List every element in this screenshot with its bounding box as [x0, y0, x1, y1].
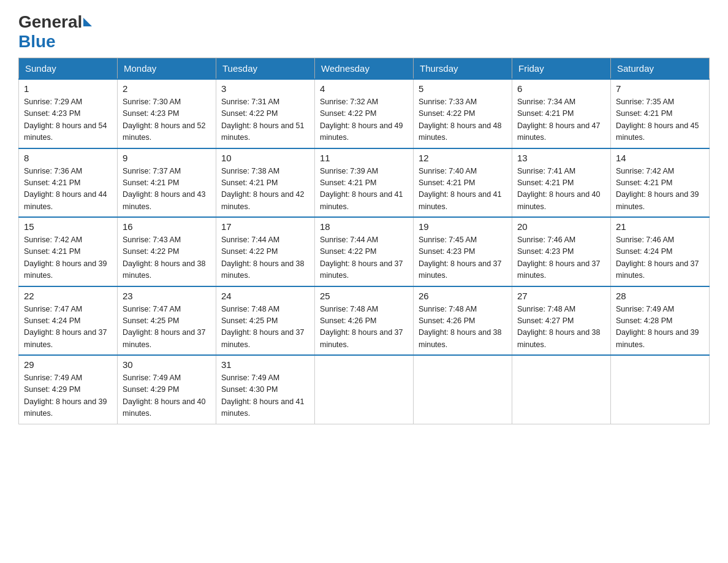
day-info: Sunrise: 7:48 AMSunset: 4:26 PMDaylight:…	[320, 304, 408, 351]
day-info: Sunrise: 7:44 AMSunset: 4:22 PMDaylight:…	[221, 234, 309, 282]
calendar-cell: 5 Sunrise: 7:33 AMSunset: 4:22 PMDayligh…	[414, 79, 512, 148]
day-number: 6	[517, 83, 605, 94]
day-info: Sunrise: 7:41 AMSunset: 4:21 PMDaylight:…	[517, 166, 605, 213]
day-info: Sunrise: 7:39 AMSunset: 4:21 PMDaylight:…	[320, 166, 408, 213]
day-number: 18	[320, 221, 408, 232]
calendar-cell: 4 Sunrise: 7:32 AMSunset: 4:22 PMDayligh…	[315, 79, 414, 148]
col-header-monday: Monday	[118, 58, 216, 80]
calendar-cell: 17 Sunrise: 7:44 AMSunset: 4:22 PMDaylig…	[216, 217, 315, 286]
calendar-cell: 21 Sunrise: 7:46 AMSunset: 4:24 PMDaylig…	[611, 217, 710, 286]
day-number: 22	[24, 291, 112, 301]
calendar-cell: 25 Sunrise: 7:48 AMSunset: 4:26 PMDaylig…	[315, 286, 414, 356]
day-info: Sunrise: 7:48 AMSunset: 4:26 PMDaylight:…	[419, 304, 507, 351]
day-number: 26	[419, 291, 507, 301]
day-number: 15	[24, 221, 112, 232]
day-number: 11	[320, 153, 408, 163]
week-row-2: 8 Sunrise: 7:36 AMSunset: 4:21 PMDayligh…	[19, 148, 710, 218]
day-info: Sunrise: 7:42 AMSunset: 4:21 PMDaylight:…	[616, 166, 704, 213]
day-info: Sunrise: 7:33 AMSunset: 4:22 PMDaylight:…	[419, 96, 507, 144]
day-number: 24	[221, 291, 309, 301]
day-number: 12	[419, 153, 507, 163]
day-number: 4	[320, 83, 408, 94]
calendar-cell	[414, 355, 512, 424]
day-info: Sunrise: 7:46 AMSunset: 4:23 PMDaylight:…	[517, 234, 605, 282]
calendar-cell: 12 Sunrise: 7:40 AMSunset: 4:21 PMDaylig…	[414, 148, 512, 218]
calendar-cell	[315, 355, 414, 424]
day-info: Sunrise: 7:35 AMSunset: 4:21 PMDaylight:…	[616, 96, 704, 144]
calendar-cell: 8 Sunrise: 7:36 AMSunset: 4:21 PMDayligh…	[19, 148, 118, 218]
day-number: 7	[616, 83, 704, 94]
col-header-thursday: Thursday	[414, 58, 512, 80]
week-row-3: 15 Sunrise: 7:42 AMSunset: 4:21 PMDaylig…	[19, 217, 710, 286]
day-info: Sunrise: 7:49 AMSunset: 4:28 PMDaylight:…	[616, 304, 704, 351]
calendar-cell: 2 Sunrise: 7:30 AMSunset: 4:23 PMDayligh…	[118, 79, 216, 148]
day-number: 27	[517, 291, 605, 301]
col-header-friday: Friday	[512, 58, 611, 80]
day-info: Sunrise: 7:45 AMSunset: 4:23 PMDaylight:…	[419, 234, 507, 282]
col-header-tuesday: Tuesday	[216, 58, 315, 80]
calendar-header-row: SundayMondayTuesdayWednesdayThursdayFrid…	[19, 58, 710, 80]
day-number: 3	[221, 83, 309, 94]
logo: General Blue	[18, 12, 93, 52]
day-info: Sunrise: 7:49 AMSunset: 4:29 PMDaylight:…	[24, 372, 112, 420]
calendar-cell	[512, 355, 611, 424]
day-number: 8	[24, 153, 112, 163]
day-number: 1	[24, 83, 112, 94]
calendar-cell: 13 Sunrise: 7:41 AMSunset: 4:21 PMDaylig…	[512, 148, 611, 218]
day-number: 20	[517, 221, 605, 232]
calendar-cell: 9 Sunrise: 7:37 AMSunset: 4:21 PMDayligh…	[118, 148, 216, 218]
calendar-cell	[611, 355, 710, 424]
calendar-cell: 6 Sunrise: 7:34 AMSunset: 4:21 PMDayligh…	[512, 79, 611, 148]
day-info: Sunrise: 7:32 AMSunset: 4:22 PMDaylight:…	[320, 96, 408, 144]
logo-triangle-icon	[83, 18, 92, 26]
calendar-cell: 10 Sunrise: 7:38 AMSunset: 4:21 PMDaylig…	[216, 148, 315, 218]
day-info: Sunrise: 7:47 AMSunset: 4:25 PMDaylight:…	[123, 304, 211, 351]
calendar-cell: 27 Sunrise: 7:48 AMSunset: 4:27 PMDaylig…	[512, 286, 611, 356]
day-info: Sunrise: 7:42 AMSunset: 4:21 PMDaylight:…	[24, 234, 112, 282]
calendar-cell: 15 Sunrise: 7:42 AMSunset: 4:21 PMDaylig…	[19, 217, 118, 286]
day-info: Sunrise: 7:46 AMSunset: 4:24 PMDaylight:…	[616, 234, 704, 282]
calendar-cell: 19 Sunrise: 7:45 AMSunset: 4:23 PMDaylig…	[414, 217, 512, 286]
calendar-table: SundayMondayTuesdayWednesdayThursdayFrid…	[18, 58, 710, 424]
day-info: Sunrise: 7:30 AMSunset: 4:23 PMDaylight:…	[123, 96, 211, 144]
col-header-wednesday: Wednesday	[315, 58, 414, 80]
day-info: Sunrise: 7:47 AMSunset: 4:24 PMDaylight:…	[24, 304, 112, 351]
day-number: 9	[123, 153, 211, 163]
col-header-saturday: Saturday	[611, 58, 710, 80]
logo-blue-text: Blue	[18, 32, 56, 52]
day-info: Sunrise: 7:34 AMSunset: 4:21 PMDaylight:…	[517, 96, 605, 144]
week-row-4: 22 Sunrise: 7:47 AMSunset: 4:24 PMDaylig…	[19, 286, 710, 356]
calendar-cell: 31 Sunrise: 7:49 AMSunset: 4:30 PMDaylig…	[216, 355, 315, 424]
calendar-cell: 3 Sunrise: 7:31 AMSunset: 4:22 PMDayligh…	[216, 79, 315, 148]
day-info: Sunrise: 7:48 AMSunset: 4:27 PMDaylight:…	[517, 304, 605, 351]
day-info: Sunrise: 7:48 AMSunset: 4:25 PMDaylight:…	[221, 304, 309, 351]
logo-general-text: General	[18, 12, 82, 32]
day-number: 30	[123, 359, 211, 370]
day-number: 21	[616, 221, 704, 232]
day-info: Sunrise: 7:49 AMSunset: 4:29 PMDaylight:…	[123, 372, 211, 420]
day-info: Sunrise: 7:49 AMSunset: 4:30 PMDaylight:…	[221, 372, 309, 420]
day-number: 16	[123, 221, 211, 232]
week-row-5: 29 Sunrise: 7:49 AMSunset: 4:29 PMDaylig…	[19, 355, 710, 424]
day-number: 19	[419, 221, 507, 232]
day-number: 17	[221, 221, 309, 232]
day-number: 28	[616, 291, 704, 301]
calendar-cell: 23 Sunrise: 7:47 AMSunset: 4:25 PMDaylig…	[118, 286, 216, 356]
day-number: 10	[221, 153, 309, 163]
calendar-cell: 28 Sunrise: 7:49 AMSunset: 4:28 PMDaylig…	[611, 286, 710, 356]
day-info: Sunrise: 7:43 AMSunset: 4:22 PMDaylight:…	[123, 234, 211, 282]
day-number: 29	[24, 359, 112, 370]
day-number: 5	[419, 83, 507, 94]
calendar-cell: 30 Sunrise: 7:49 AMSunset: 4:29 PMDaylig…	[118, 355, 216, 424]
calendar-cell: 18 Sunrise: 7:44 AMSunset: 4:22 PMDaylig…	[315, 217, 414, 286]
day-number: 13	[517, 153, 605, 163]
week-row-1: 1 Sunrise: 7:29 AMSunset: 4:23 PMDayligh…	[19, 79, 710, 148]
calendar-cell: 22 Sunrise: 7:47 AMSunset: 4:24 PMDaylig…	[19, 286, 118, 356]
day-info: Sunrise: 7:37 AMSunset: 4:21 PMDaylight:…	[123, 166, 211, 213]
day-info: Sunrise: 7:36 AMSunset: 4:21 PMDaylight:…	[24, 166, 112, 213]
page-header: General Blue	[18, 12, 710, 52]
calendar-cell: 20 Sunrise: 7:46 AMSunset: 4:23 PMDaylig…	[512, 217, 611, 286]
calendar-cell: 1 Sunrise: 7:29 AMSunset: 4:23 PMDayligh…	[19, 79, 118, 148]
day-info: Sunrise: 7:31 AMSunset: 4:22 PMDaylight:…	[221, 96, 309, 144]
calendar-cell: 14 Sunrise: 7:42 AMSunset: 4:21 PMDaylig…	[611, 148, 710, 218]
